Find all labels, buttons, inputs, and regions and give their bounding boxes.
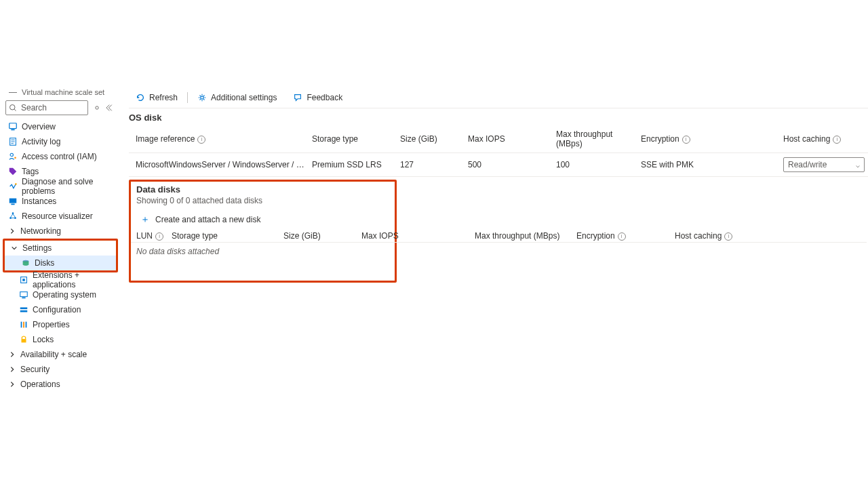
svg-rect-3 [9,123,17,129]
sidebar-item-label: Instances [22,197,56,206]
sidebar-item-networking[interactable]: Networking [3,224,118,239]
sidebar-group-availability-scale[interactable]: Availability + scale [3,347,118,362]
col-header-storage-type: Storage type [312,134,400,144]
sidebar-item-label: Locks [33,335,54,344]
cell-size: 127 [400,160,468,169]
sidebar-search[interactable] [5,100,88,115]
sidebar-group-operations[interactable]: Operations [3,377,118,392]
sidebar-item-resource-visualizer[interactable]: Resource visualizer [3,209,118,224]
locks-icon [19,335,28,344]
properties-icon [19,320,28,329]
svg-rect-23 [20,310,28,312]
chevron-right-icon [8,365,16,373]
svg-line-1 [14,109,16,110]
activity-log-icon [8,137,18,146]
svg-rect-4 [11,129,14,131]
sidebar-group-settings[interactable]: Settings [5,241,116,256]
resource-type-label: Virtual machine scale set [22,88,104,96]
create-attach-disk-button[interactable]: ＋ Create and attach a new disk [131,212,395,230]
create-attach-disk-label: Create and attach a new disk [155,215,260,224]
data-disks-title: Data disks [131,183,395,195]
info-icon[interactable]: i [833,136,841,144]
sidebar-nav: Overview Activity log Access control (IA… [3,119,118,392]
col-header-encryption: Encryptioni [641,134,783,144]
svg-rect-19 [22,279,25,281]
svg-rect-27 [22,339,26,342]
sidebar-item-label: Properties [33,320,70,329]
os-disk-title: OS disk [129,108,868,125]
os-icon [19,290,28,300]
col-header-host-caching: Host cachingi [783,134,868,144]
sidebar-item-diagnose[interactable]: Diagnose and solve problems [3,179,118,194]
os-disk-table: Image referencei Storage type Size (GiB)… [129,125,868,177]
info-icon[interactable]: i [155,232,163,241]
info-icon[interactable]: i [197,136,205,144]
disks-icon [21,258,31,268]
sidebar-item-operating-system[interactable]: Operating system [3,287,118,302]
svg-point-0 [10,105,16,110]
feedback-button[interactable]: Feedback [286,87,349,108]
sidebar-item-instances[interactable]: Instances [3,194,118,209]
col-header-size: Size (GiB) [400,134,468,144]
additional-settings-button[interactable]: Additional settings [191,87,283,108]
chevron-down-icon [10,244,18,252]
sidebar-item-label: Disks [35,258,54,268]
sidebar-item-label: Extensions + applications [33,270,115,289]
data-disks-highlight: Data disks Showing 0 of 0 attached data … [129,180,397,283]
refresh-button[interactable]: Refresh [129,87,184,108]
info-icon[interactable]: i [682,136,690,144]
info-icon[interactable]: i [724,232,732,241]
svg-rect-20 [20,292,28,297]
toolbar: Refresh Additional settings Feedback [129,87,868,108]
col-header-host-caching: Host cachingi [675,231,827,241]
sidebar-item-activity-log[interactable]: Activity log [3,134,118,149]
sidebar-item-label: Operations [20,380,60,389]
cell-max-throughput: 100 [556,160,641,169]
chevron-right-icon [8,350,16,359]
col-header-lun: LUNi [136,231,172,241]
sidebar-item-label: Security [20,365,50,374]
dash-icon: — [8,87,18,97]
col-header-encryption: Encryptioni [576,231,675,241]
host-caching-select[interactable]: Read/write ⌵ [783,157,865,172]
resource-header: — Virtual machine scale set [3,87,118,100]
sidebar-item-locks[interactable]: Locks [3,332,118,347]
svg-point-2 [96,106,98,109]
collapse-sidebar-icon[interactable] [106,103,115,113]
cell-image-ref: MicrosoftWindowsServer / WindowsServer /… [136,160,312,169]
os-disk-row: MicrosoftWindowsServer / WindowsServer /… [129,152,868,177]
svg-point-28 [201,96,203,98]
sidebar-group-security[interactable]: Security [3,362,118,377]
info-icon[interactable]: i [618,232,626,241]
data-disks-showing: Showing 0 of 0 attached data disks [131,195,395,212]
sidebar-item-label: Diagnose and solve problems [22,177,115,196]
host-caching-value: Read/write [788,160,827,169]
sidebar-item-label: Resource visualizer [22,211,93,221]
sidebar-item-iam[interactable]: Access control (IAM) [3,149,118,164]
sidebar-item-label: Tags [22,167,39,176]
sidebar-item-extensions[interactable]: Extensions + applications [3,272,118,287]
toolbar-refresh-label: Refresh [149,93,178,102]
sidebar-item-configuration[interactable]: Configuration [3,302,118,317]
sidebar-item-disks[interactable]: Disks [5,256,116,270]
plus-icon: ＋ [140,215,150,224]
iam-icon [8,152,18,161]
pin-icon[interactable] [92,103,102,113]
tags-icon [8,167,18,176]
sidebar-item-overview[interactable]: Overview [3,119,118,134]
feedback-icon [293,93,302,102]
os-disk-header-row: Image referencei Storage type Size (GiB)… [129,125,868,152]
svg-point-11 [15,183,17,185]
sidebar-item-properties[interactable]: Properties [3,317,118,332]
sidebar-item-label: Settings [22,243,52,253]
resource-visualizer-icon [8,211,18,221]
cell-max-iops: 500 [468,160,556,169]
col-header-max-iops: Max IOPS [468,134,556,144]
sidebar-search-input[interactable] [20,102,85,113]
overview-icon [8,122,18,131]
col-header-max-throughput: Max throughput (MBps) [556,129,641,148]
chevron-right-icon [8,380,16,388]
col-header-image-ref: Image referencei [136,134,312,144]
sidebar-item-label: Configuration [33,305,81,314]
chevron-down-icon: ⌵ [856,161,860,169]
